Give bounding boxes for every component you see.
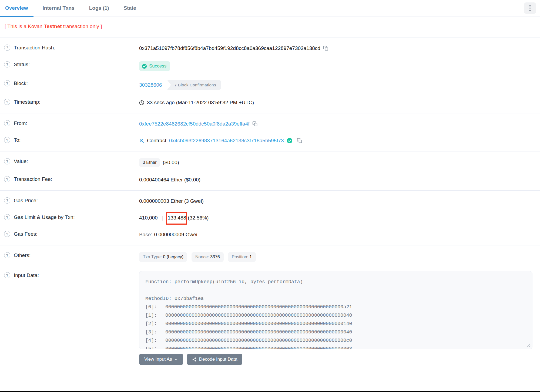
help-icon[interactable]: ? xyxy=(4,214,10,220)
row-input-data: ? Input Data: Function: performUpkeep(ui… xyxy=(0,266,540,370)
to-address-link[interactable]: 0x4cb093f226983713164a62138c3f718a5b595f… xyxy=(169,138,284,144)
decode-input-data-button[interactable]: Decode Input Data xyxy=(187,354,243,365)
status-badge: Success xyxy=(139,61,170,71)
position-value: 1 xyxy=(250,255,252,259)
row-block: ? Block: 30328606 7 Block Confirmations xyxy=(0,76,540,94)
status-text: Success xyxy=(149,63,166,69)
word-index: [1]: xyxy=(145,311,165,320)
tx-fee-label: Transaction Fee: xyxy=(14,176,52,182)
from-address-link[interactable]: 0xfee7522e8482682cf50ddc50a0f8da2a39effa… xyxy=(139,121,250,127)
window-bottom-edge xyxy=(0,391,540,392)
tab-bar: Overview Internal Txns Logs (1) State xyxy=(0,0,540,16)
help-icon[interactable]: ? xyxy=(4,61,10,67)
gas-used-percent: (32.56%) xyxy=(188,215,209,221)
help-icon[interactable]: ? xyxy=(4,252,10,258)
help-icon[interactable]: ? xyxy=(4,120,10,126)
word-index: [4]: xyxy=(145,336,165,345)
txn-type-key: Txn Type: xyxy=(143,255,162,259)
check-circle-icon xyxy=(142,64,147,69)
share-alt-icon xyxy=(192,357,197,362)
help-icon[interactable]: ? xyxy=(4,197,10,204)
view-input-as-label: View Input As xyxy=(144,357,172,362)
others-label: Others: xyxy=(14,252,31,258)
input-function-line: Function: performUpkeep(uint256 id, byte… xyxy=(145,278,526,286)
help-icon[interactable]: ? xyxy=(4,158,10,164)
clock-icon xyxy=(139,100,144,105)
nonce-key: Nonce: xyxy=(195,255,209,259)
tab-internal-txns[interactable]: Internal Txns xyxy=(42,0,76,16)
tx-hash-value: 0x371a51097fb78df856f8b4a7bd459f192d8cc8… xyxy=(139,45,320,51)
verified-check-icon xyxy=(287,138,293,144)
position-key: Position: xyxy=(232,255,248,259)
help-icon[interactable]: ? xyxy=(4,80,10,86)
word-index: [3]: xyxy=(145,328,165,336)
txn-type-value: 0 (Legacy) xyxy=(163,255,183,259)
word-index: [0]: xyxy=(145,303,165,311)
usd-value-text: ($0.00) xyxy=(163,160,179,165)
to-kind-text: Contract xyxy=(147,138,166,144)
word-index: [2]: xyxy=(145,320,165,328)
tab-logs[interactable]: Logs (1) xyxy=(88,0,110,16)
nonce-value: 3376 xyxy=(210,255,220,259)
word-index: [5]: xyxy=(145,345,165,349)
more-options-button[interactable] xyxy=(524,2,536,14)
timestamp-value: 33 secs ago (Mar-11-2022 03:59:32 PM +UT… xyxy=(147,100,254,106)
row-status: ? Status: Success xyxy=(0,57,540,76)
to-label: To: xyxy=(14,137,21,143)
help-icon[interactable]: ? xyxy=(4,176,10,182)
testnet-notice-prefix: [ This is a Kovan xyxy=(5,23,44,29)
view-input-as-button[interactable]: View Input As xyxy=(139,354,183,365)
input-word-row: [4]:000000000000000000000000000000000000… xyxy=(145,336,526,345)
chevron-down-icon xyxy=(175,358,178,361)
row-to: ? To: Contract 0x4cb093f226983713164a621… xyxy=(0,132,540,149)
word-hex: 0000000000000000000000000000000000000000… xyxy=(165,303,352,311)
word-hex: 0000000000000000000000000000000000000000… xyxy=(165,336,352,345)
timestamp-label: Timestamp: xyxy=(14,99,41,105)
help-icon[interactable]: ? xyxy=(4,99,10,105)
block-label: Block: xyxy=(14,80,28,86)
input-data-textarea[interactable]: Function: performUpkeep(uint256 id, byte… xyxy=(139,271,532,349)
input-word-row: [1]:000000000000000000000000000000000000… xyxy=(145,311,526,320)
row-value: ? Value: 0 Ether ($0.00) xyxy=(0,154,540,171)
help-icon[interactable]: ? xyxy=(4,137,10,143)
tab-overview[interactable]: Overview xyxy=(4,0,29,16)
block-confirmations-badge: 7 Block Confirmations xyxy=(167,80,221,90)
row-transaction-hash: ? Transaction Hash: 0x371a51097fb78df856… xyxy=(0,40,540,57)
zoom-in-contract-button[interactable] xyxy=(139,138,144,143)
from-label: From: xyxy=(14,120,27,126)
tab-state[interactable]: State xyxy=(123,0,137,16)
row-timestamp: ? Timestamp: 33 secs ago (Mar-11-2022 03… xyxy=(0,94,540,111)
word-hex: 0000000000000000000000000000000000000000… xyxy=(165,320,352,328)
help-icon[interactable]: ? xyxy=(4,45,10,51)
gas-price-value: 0.000000003 Ether (3 Gwei) xyxy=(139,198,204,204)
gas-limit-label: Gas Limit & Usage by Txn: xyxy=(14,214,75,220)
copy-icon xyxy=(323,46,328,51)
nonce-badge: Nonce: 3376 xyxy=(192,252,224,262)
testnet-notice-suffix: transaction only ] xyxy=(62,23,102,29)
help-icon[interactable]: ? xyxy=(4,272,10,278)
row-gas-limit-usage: ? Gas Limit & Usage by Txn: 410,000 | 13… xyxy=(0,209,540,226)
help-icon[interactable]: ? xyxy=(4,231,10,237)
row-others: ? Others: Txn Type: 0 (Legacy) Nonce: 33… xyxy=(0,248,540,266)
input-methodid-line: MethodID: 0x7bbaf1ea xyxy=(145,295,526,303)
row-transaction-fee: ? Transaction Fee: 0.000400464 Ether ($0… xyxy=(0,171,540,188)
position-badge: Position: 1 xyxy=(228,252,256,262)
word-hex: 0000000000000000000000000000000000000000… xyxy=(165,311,352,320)
copy-tx-hash-button[interactable] xyxy=(323,46,328,51)
pipe-separator: | xyxy=(160,215,165,221)
resize-grip-icon[interactable] xyxy=(527,344,531,347)
tx-fee-value: 0.000400464 Ether ($0.00) xyxy=(139,177,200,183)
gas-limit-value: 410,000 xyxy=(139,215,158,221)
block-number-link[interactable]: 30328606 xyxy=(139,82,162,88)
copy-to-address-button[interactable] xyxy=(297,138,302,143)
gas-used-value: 133,488 xyxy=(168,215,186,221)
txn-type-badge: Txn Type: 0 (Legacy) xyxy=(139,252,187,262)
copy-icon xyxy=(252,121,258,127)
magnifier-plus-icon xyxy=(139,138,144,143)
base-fee-value: 0.000000009 Gwei xyxy=(154,232,197,238)
kebab-icon xyxy=(529,5,531,11)
decode-input-data-label: Decode Input Data xyxy=(199,357,237,362)
copy-icon xyxy=(297,138,302,143)
row-from: ? From: 0xfee7522e8482682cf50ddc50a0f8da… xyxy=(0,116,540,132)
copy-from-address-button[interactable] xyxy=(252,121,258,127)
